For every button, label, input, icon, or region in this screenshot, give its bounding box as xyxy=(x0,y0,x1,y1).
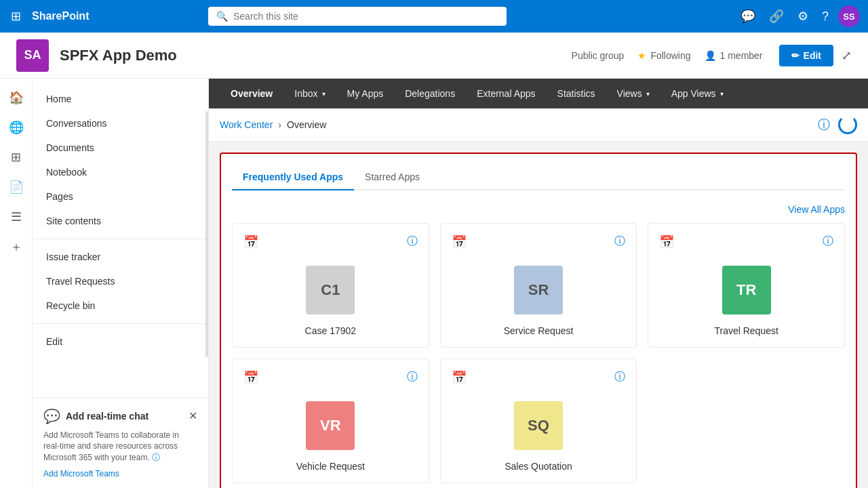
info-icon[interactable]: ⓘ xyxy=(818,117,830,133)
site-meta: Public group ★ Following 👤 1 member xyxy=(572,50,763,61)
search-bar[interactable]: 🔍 xyxy=(208,7,507,26)
app-card-vr[interactable]: 📅 ⓘ VR Vehicle Request xyxy=(232,359,429,483)
members-label: 1 member xyxy=(720,50,763,61)
sidebar-item-edit[interactable]: Edit xyxy=(33,329,208,354)
sidebar-item-notebook[interactable]: Notebook xyxy=(33,160,208,184)
nav-menu-icon[interactable]: ☰ xyxy=(3,203,30,230)
chat-popup-body: Add Microsoft Teams to collaborate in re… xyxy=(43,430,197,464)
nav-item-app-views[interactable]: App Views ▾ xyxy=(660,79,734,108)
calendar-icon: 📅 xyxy=(243,370,258,385)
app-name-sr: Service Request xyxy=(504,325,574,336)
sidebar-item-issue-tracker[interactable]: Issue tracker xyxy=(33,245,208,269)
app-card-sr[interactable]: 📅 ⓘ SR Service Request xyxy=(440,223,637,348)
public-group-label: Public group xyxy=(572,50,625,61)
nav-grid-icon[interactable]: ⊞ xyxy=(3,144,30,171)
calendar-icon: 📅 xyxy=(452,235,467,249)
help-icon[interactable]: ? xyxy=(818,7,833,26)
app-card-vr-header: 📅 ⓘ xyxy=(243,370,418,385)
nav-item-views[interactable]: Views ▾ xyxy=(606,79,660,108)
content-area: Frequently Used Apps Starred Apps View A… xyxy=(209,142,868,488)
following-button[interactable]: ★ Following xyxy=(637,50,690,61)
sidebar: Home Conversations Documents Notebook Pa… xyxy=(33,79,209,488)
user-avatar[interactable]: SS xyxy=(838,5,860,27)
nav-item-external-apps[interactable]: External Apps xyxy=(466,79,546,108)
app-info-icon[interactable]: ⓘ xyxy=(614,370,625,385)
breadcrumb-parent[interactable]: Work Center xyxy=(220,119,273,130)
sidebar-item-pages[interactable]: Pages xyxy=(33,184,208,209)
person-icon: 👤 xyxy=(705,50,716,61)
nav-item-overview[interactable]: Overview xyxy=(220,79,283,108)
tab-frequently-used[interactable]: Frequently Used Apps xyxy=(232,165,354,190)
nav-home-icon[interactable]: 🏠 xyxy=(3,84,30,111)
nav-plus-icon[interactable]: ＋ xyxy=(3,233,30,260)
app-name-sq: Sales Quotation xyxy=(505,461,572,472)
nav-doc-icon[interactable]: 📄 xyxy=(3,174,30,201)
share-icon[interactable]: 🔗 xyxy=(765,6,788,26)
site-header: SA SPFX App Demo Public group ★ Followin… xyxy=(0,33,868,79)
app-info-icon[interactable]: ⓘ xyxy=(407,235,418,249)
tabs: Frequently Used Apps Starred Apps xyxy=(232,165,845,190)
nav-item-statistics[interactable]: Statistics xyxy=(547,79,606,108)
app-name-vr: Vehicle Request xyxy=(296,461,365,472)
inbox-chevron-icon: ▾ xyxy=(322,90,326,98)
app-avatar-vr: VR xyxy=(306,401,355,450)
nav-bar: Overview Inbox ▾ My Apps Delegations Ext… xyxy=(209,79,868,108)
app-card-c1-header: 📅 ⓘ xyxy=(243,235,418,249)
app-card-c1[interactable]: 📅 ⓘ C1 Case 17902 xyxy=(232,223,429,348)
edit-icon: ✏ xyxy=(791,50,800,61)
nav-globe-icon[interactable]: 🌐 xyxy=(3,114,30,141)
layout: 🏠 🌐 ⊞ 📄 ☰ ＋ Home Conversations Documents… xyxy=(0,79,868,488)
app-info-icon[interactable]: ⓘ xyxy=(823,235,833,249)
app-card-sq[interactable]: 📅 ⓘ SQ Sales Quotation xyxy=(440,359,637,483)
sidebar-scrollbar xyxy=(205,111,208,357)
search-input[interactable] xyxy=(233,11,498,22)
chat-popup-title: 💬 Add real-time chat xyxy=(43,408,149,424)
sidebar-item-site-contents[interactable]: Site contents xyxy=(33,209,208,233)
view-all-section: View All Apps xyxy=(232,204,845,215)
waffle-icon[interactable]: ⊞ xyxy=(8,6,24,26)
chat-popup: 💬 Add real-time chat ✕ Add Microsoft Tea… xyxy=(33,398,209,488)
site-title: SPFX App Demo xyxy=(60,47,177,64)
sidebar-item-recycle-bin[interactable]: Recycle bin xyxy=(33,293,208,318)
sidebar-divider-2 xyxy=(33,323,208,324)
public-group-badge[interactable]: Public group xyxy=(572,50,625,61)
sidebar-item-home[interactable]: Home xyxy=(33,87,208,111)
calendar-icon: 📅 xyxy=(452,370,467,385)
search-icon: 🔍 xyxy=(216,11,228,22)
sidebar-item-travel-requests[interactable]: Travel Requests xyxy=(33,269,208,293)
sidebar-icons: 🏠 🌐 ⊞ 📄 ☰ ＋ xyxy=(0,79,33,488)
edit-button[interactable]: ✏ Edit xyxy=(779,45,833,66)
info-icon[interactable]: ⓘ xyxy=(152,453,160,462)
app-name-c1: Case 17902 xyxy=(305,325,357,336)
members-count[interactable]: 👤 1 member xyxy=(705,50,763,61)
teams-icon: 💬 xyxy=(43,408,60,424)
star-icon: ★ xyxy=(637,50,646,61)
view-all-apps-link[interactable]: View All Apps xyxy=(788,204,845,215)
sidebar-item-documents[interactable]: Documents xyxy=(33,136,208,160)
app-name-tr: Travel Request xyxy=(714,325,778,336)
app-avatar-sq: SQ xyxy=(514,401,563,450)
chat-popup-close-button[interactable]: ✕ xyxy=(189,409,197,422)
sharepoint-logo: SharePoint xyxy=(32,10,89,22)
app-card-tr[interactable]: 📅 ⓘ TR Travel Request xyxy=(648,223,845,348)
nav-item-inbox[interactable]: Inbox ▾ xyxy=(283,79,336,108)
site-logo: SA xyxy=(16,39,49,72)
add-teams-link[interactable]: Add Microsoft Teams xyxy=(43,469,119,479)
sidebar-item-conversations[interactable]: Conversations xyxy=(33,111,208,136)
app-info-icon[interactable]: ⓘ xyxy=(407,370,418,385)
app-avatar-sr: SR xyxy=(514,266,563,314)
main-content: Overview Inbox ▾ My Apps Delegations Ext… xyxy=(209,79,868,488)
topbar-icons: 💬 🔗 ⚙ ? SS xyxy=(736,5,860,27)
views-chevron-icon: ▾ xyxy=(646,90,650,98)
app-info-icon[interactable]: ⓘ xyxy=(614,235,625,249)
tab-starred-apps[interactable]: Starred Apps xyxy=(354,165,431,190)
nav-item-my-apps[interactable]: My Apps xyxy=(336,79,395,108)
nav-item-delegations[interactable]: Delegations xyxy=(394,79,466,108)
chat-icon[interactable]: 💬 xyxy=(736,6,760,26)
app-card-sq-header: 📅 ⓘ xyxy=(452,370,626,385)
refresh-icon[interactable] xyxy=(838,115,857,134)
sidebar-divider-1 xyxy=(33,239,208,239)
expand-icon[interactable]: ⤢ xyxy=(842,48,852,63)
settings-icon[interactable]: ⚙ xyxy=(793,6,812,26)
calendar-icon: 📅 xyxy=(243,235,258,249)
